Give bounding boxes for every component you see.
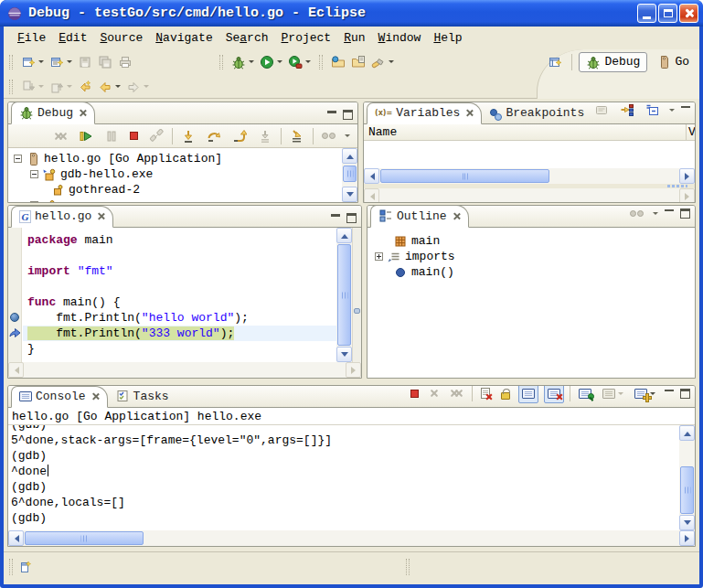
collapse-expander-icon[interactable]: [30, 170, 38, 178]
new-go-element-button[interactable]: [47, 52, 75, 72]
editor-vscrollbar[interactable]: [336, 228, 352, 362]
code-line[interactable]: func main() {: [23, 294, 336, 310]
menu-source[interactable]: Source: [93, 29, 149, 47]
collapse-expander-icon[interactable]: [14, 155, 22, 163]
next-annotation-button[interactable]: [18, 77, 47, 97]
new-wizard-button[interactable]: [18, 52, 47, 72]
scroll-thumb[interactable]: [337, 244, 351, 346]
view-menu-icon[interactable]: [669, 109, 675, 112]
terminate-button[interactable]: [127, 126, 141, 146]
breakpoint-marker-icon[interactable]: [10, 313, 19, 322]
scroll-down-button[interactable]: [679, 515, 695, 530]
code-line[interactable]: [23, 248, 336, 263]
step-return-button[interactable]: [229, 126, 250, 146]
debug-tree-item-thread[interactable]: gothread-2: [8, 182, 342, 198]
scroll-up-button[interactable]: [679, 425, 695, 441]
expand-expander-icon[interactable]: [375, 252, 383, 261]
maximize-view-icon[interactable]: [680, 389, 690, 399]
minimize-view-icon[interactable]: [680, 105, 691, 115]
new-dropdown-icon[interactable]: [38, 60, 44, 63]
terminate-console-button[interactable]: [408, 385, 421, 403]
minimize-button[interactable]: [637, 4, 656, 23]
suspend-button[interactable]: [101, 126, 122, 146]
statusbar-drag-handle[interactable]: [9, 559, 13, 575]
console-vscrollbar[interactable]: [679, 425, 695, 530]
external-tools-button[interactable]: [285, 52, 314, 72]
open-element-button[interactable]: [328, 52, 348, 72]
variables-column-header[interactable]: Name Value: [364, 124, 695, 141]
scroll-down-button[interactable]: [336, 347, 352, 362]
scroll-up-button[interactable]: [336, 228, 352, 243]
outline-item-package[interactable]: main: [367, 233, 695, 249]
detail-pane-hscrollbar[interactable]: [364, 188, 695, 203]
overview-marker[interactable]: [354, 308, 360, 314]
code-line[interactable]: }: [23, 341, 336, 357]
save-all-button[interactable]: [95, 52, 115, 72]
minimize-view-icon[interactable]: [664, 208, 675, 219]
collapse-all-button[interactable]: [643, 102, 663, 120]
outline-item-imports[interactable]: imports: [367, 249, 695, 264]
view-menu-icon[interactable]: [653, 212, 658, 215]
editor-hscrollbar[interactable]: [8, 362, 361, 378]
last-edit-location-button[interactable]: [75, 77, 95, 97]
scroll-thumb[interactable]: [680, 466, 694, 514]
tab-close-icon[interactable]: [465, 109, 474, 117]
step-into-button[interactable]: [178, 126, 198, 146]
tab-close-icon[interactable]: [453, 212, 461, 220]
debug-tree-item-target[interactable]: gdb-hello.exe: [8, 166, 342, 182]
menu-search[interactable]: Search: [219, 29, 275, 47]
tab-close-icon[interactable]: [91, 392, 100, 401]
remove-launch-button[interactable]: [427, 385, 442, 403]
menu-window[interactable]: Window: [372, 29, 428, 47]
perspective-go-button[interactable]: Go: [654, 53, 692, 71]
tab-tasks[interactable]: Tasks: [108, 386, 176, 407]
tab-hello-go[interactable]: hello.go: [11, 206, 113, 228]
open-console-button[interactable]: [632, 385, 658, 403]
scroll-left-button[interactable]: [364, 168, 379, 184]
tab-debug[interactable]: Debug: [11, 102, 95, 124]
code-editor[interactable]: package main import "fmt" func main() { …: [23, 228, 336, 362]
toolbar-drag-handle[interactable]: [9, 80, 13, 94]
perspective-debug-button[interactable]: Debug: [579, 52, 647, 72]
show-stderr-button[interactable]: [544, 385, 564, 403]
open-perspective-button[interactable]: [545, 52, 565, 72]
view-menu-icon[interactable]: [345, 134, 350, 137]
minimize-view-icon[interactable]: [326, 110, 337, 120]
overview-ruler[interactable]: [352, 228, 361, 362]
disconnect-button[interactable]: [146, 126, 166, 146]
close-button[interactable]: [679, 4, 698, 23]
remove-all-launches-button[interactable]: [447, 385, 466, 403]
debug-view-extra-button[interactable]: [319, 126, 338, 146]
run-dropdown-icon[interactable]: [277, 60, 282, 63]
back-dropdown-icon[interactable]: [115, 85, 121, 88]
tab-breakpoints[interactable]: Breakpoints: [482, 103, 591, 123]
maximize-view-icon[interactable]: [346, 213, 357, 223]
show-logical-structures-button[interactable]: [617, 102, 637, 120]
new-go-dropdown-icon[interactable]: [67, 60, 72, 63]
title-bar[interactable]: Debug - testGo/src/cmd/hello.go - Eclips…: [0, 0, 703, 27]
remove-all-terminated-button[interactable]: [51, 126, 70, 146]
toolbar-drag-handle[interactable]: [9, 55, 13, 69]
scroll-lock-button[interactable]: [498, 385, 513, 403]
forward-button[interactable]: [123, 77, 152, 97]
scroll-left-button[interactable]: [8, 530, 24, 546]
run-launch-button[interactable]: [257, 52, 285, 72]
display-selected-console-button[interactable]: [600, 385, 626, 403]
code-line-breakpoint[interactable]: fmt.Println("hello world");: [23, 310, 336, 326]
tab-close-icon[interactable]: [79, 109, 87, 117]
scroll-thumb[interactable]: [25, 531, 144, 545]
variables-hscrollbar[interactable]: [364, 168, 695, 184]
menu-navigate[interactable]: Navigate: [149, 29, 218, 47]
menu-run[interactable]: Run: [337, 29, 371, 47]
minimize-view-icon[interactable]: [664, 389, 675, 399]
minimize-view-icon[interactable]: [330, 213, 341, 223]
value-column-header[interactable]: Value: [686, 124, 695, 140]
debug-launch-button[interactable]: [229, 52, 257, 72]
debug-tree-item-partial[interactable]: [8, 198, 342, 202]
tab-console[interactable]: Console: [11, 386, 108, 408]
scroll-right-button[interactable]: [679, 530, 695, 546]
variables-table-empty[interactable]: [364, 141, 695, 168]
open-resource-button[interactable]: [348, 52, 368, 72]
code-line-current[interactable]: fmt.Println("333 world");: [23, 326, 336, 341]
debug-dropdown-icon[interactable]: [249, 60, 254, 63]
